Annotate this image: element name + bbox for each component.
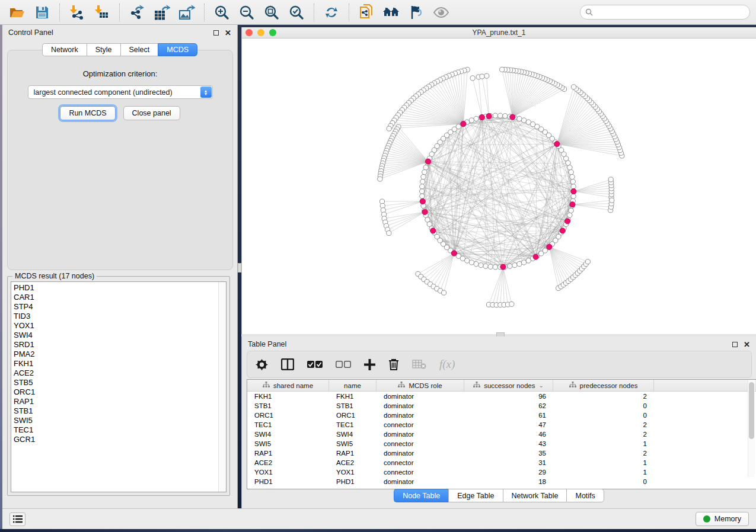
tab-style[interactable]: Style [87,43,120,56]
tab-edge-table[interactable]: Edge Table [448,489,502,502]
network-node[interactable] [488,264,493,269]
network-leaf-node[interactable] [608,177,613,182]
open-session-button[interactable] [6,2,28,23]
mcds-dominator-node[interactable] [479,114,484,120]
column-header-name[interactable]: name [329,380,377,391]
mcds-result-item[interactable]: ACE2 [14,368,226,378]
network-node[interactable] [569,169,573,174]
network-node[interactable] [419,189,424,194]
import-table-button[interactable] [91,2,113,23]
network-node[interactable] [567,165,572,170]
delete-column-button[interactable] [388,358,399,370]
table-row[interactable]: TEC1TEC1connector472 [247,420,756,430]
export-network-button[interactable] [126,2,148,23]
column-header-successor-nodes[interactable]: successor nodes⌄ [464,380,553,391]
tab-node-table[interactable]: Node Table [394,489,448,502]
network-node[interactable] [420,179,425,184]
table-scrollbar-thumb[interactable] [749,382,754,439]
float-panel-icon[interactable] [213,30,219,36]
optimization-criterion-dropdown[interactable]: largest connected component (undirected)… [28,85,213,99]
network-leaf-node[interactable] [378,177,382,181]
mcds-dominator-node[interactable] [451,251,457,256]
network-node[interactable] [569,208,573,213]
network-leaf-node[interactable] [387,230,391,235]
mcds-dominator-node[interactable] [500,264,506,270]
mcds-result-item[interactable]: RAP1 [14,397,226,406]
mcds-result-item[interactable]: STP4 [14,302,226,312]
network-node[interactable] [571,184,576,189]
mcds-dominator-node[interactable] [564,219,570,224]
table-row[interactable]: PHD1PHD1dominator180 [247,477,756,486]
mcds-result-item[interactable]: FKH1 [14,359,226,368]
mcds-dominator-node[interactable] [554,141,560,146]
column-header-shared-name[interactable]: shared name [247,380,329,391]
import-network-button[interactable] [66,2,88,23]
tab-motifs[interactable]: Motifs [566,489,604,502]
mcds-result-item[interactable]: STB1 [14,406,226,416]
network-node[interactable] [521,118,526,123]
network-node[interactable] [517,116,522,121]
add-column-button[interactable] [364,359,375,370]
run-mcds-button[interactable]: Run MCDS [60,106,115,120]
clear-checkboxes-button[interactable] [336,361,351,368]
export-table-button[interactable] [151,2,173,23]
refresh-button[interactable] [320,2,343,23]
zoom-out-button[interactable] [235,2,258,23]
memory-button[interactable]: Memory [696,512,749,526]
network-leaf-node[interactable] [509,302,514,306]
mcds-result-item[interactable]: PHD1 [14,283,226,293]
network-node[interactable] [474,261,479,266]
network-node[interactable] [423,165,428,170]
network-leaf-node[interactable] [441,290,446,295]
save-session-button[interactable] [31,2,53,23]
network-node[interactable] [469,260,474,265]
network-window-titlebar[interactable]: YPA_prune.txt_1 [242,27,756,39]
table-row[interactable]: ACE2ACE2connector311 [247,458,756,467]
network-node[interactable] [422,169,427,174]
network-leaf-node[interactable] [610,198,614,203]
column-header-MCDS-role[interactable]: MCDS role [377,380,464,391]
network-node[interactable] [420,184,425,189]
result-list-scrollbar[interactable] [218,282,226,492]
network-node[interactable] [570,174,575,179]
network-node[interactable] [570,179,575,184]
mcds-result-item[interactable]: CAR1 [14,293,226,302]
mcds-dominator-node[interactable] [547,244,552,249]
mcds-result-item[interactable]: SWI5 [14,416,226,425]
mcds-dominator-node[interactable] [430,228,436,233]
tab-network-table[interactable]: Network Table [503,489,567,502]
mcds-result-item[interactable]: SRD1 [14,340,226,350]
column-header-predecessor-nodes[interactable]: predecessor nodes [553,380,654,391]
mcds-result-item[interactable]: STB5 [14,378,226,387]
mcds-result-item[interactable]: PMA2 [14,350,226,359]
mcds-result-item[interactable]: SWI4 [14,331,226,340]
network-leaf-node[interactable] [484,73,489,78]
network-leaf-node[interactable] [381,208,385,213]
zoom-fit-button[interactable] [260,2,283,23]
network-node[interactable] [493,113,497,118]
network-node[interactable] [479,262,483,267]
network-leaf-node[interactable] [480,74,484,79]
table-row[interactable]: RAP1RAP1dominator352 [247,448,756,458]
mcds-dominator-node[interactable] [422,209,428,214]
clone-network-button[interactable] [355,2,378,23]
tab-mcds[interactable]: MCDS [158,43,197,56]
mcds-result-item[interactable]: TID3 [14,312,226,321]
network-leaf-node[interactable] [387,126,391,131]
first-neighbors-button[interactable] [380,2,403,23]
network-leaf-node[interactable] [470,76,475,81]
table-row[interactable]: YOX1YOX1connector291 [247,467,756,477]
mcds-dominator-node[interactable] [560,228,565,233]
mcds-result-item[interactable]: GCR1 [14,435,226,444]
table-row[interactable]: SWI4SWI4dominator462 [247,430,756,439]
network-node[interactable] [483,264,488,268]
vertical-splitter-handle[interactable] [238,263,241,273]
mcds-result-list[interactable]: PHD1CAR1STP4TID3YOX1SWI4SRD1PMA2FKH1ACE2… [11,281,227,492]
export-image-button[interactable] [176,2,198,23]
table-row[interactable]: ORC1ORC1dominator610 [247,411,756,420]
network-node[interactable] [503,114,508,118]
zoom-in-button[interactable] [210,2,233,23]
network-node[interactable] [512,262,517,267]
network-node[interactable] [508,264,512,268]
mcds-dominator-node[interactable] [486,113,492,118]
